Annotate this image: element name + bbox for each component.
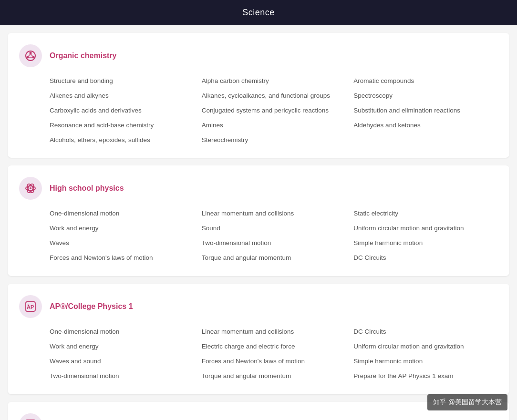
course-header-organic-chemistry: Organic chemistry [19,44,498,67]
course-card-ap-physics-1: AP 1 AP®/College Physics 1One-dimensiona… [8,284,509,394]
course-header-ap-physics-1: AP 1 AP®/College Physics 1 [19,295,498,318]
topic-item[interactable]: Alkanes, cycloalkanes, and functional gr… [202,90,346,102]
site-title: Science [242,8,275,17]
topic-item[interactable]: Sound [202,222,346,235]
top-bar: Science [0,0,517,25]
topic-item[interactable]: Work and energy [50,340,194,353]
course-topics-high-school-physics: One-dimensional motionLinear momentum an… [19,207,498,265]
topic-item[interactable]: DC Circuits [353,252,498,265]
course-icon-high-school-physics [19,177,42,200]
watermark: 知乎 @美国留学大本营 [427,394,507,410]
topic-item[interactable]: Alpha carbon chemistry [202,75,346,88]
topic-item[interactable]: Prepare for the AP Physics 1 exam [353,370,498,383]
course-title-organic-chemistry[interactable]: Organic chemistry [50,51,117,60]
topic-item[interactable]: Uniform circular motion and gravitation [353,222,498,235]
course-header-ap-physics-2: AP 2 AP®/College Physics 2 [19,413,498,420]
page-content: Organic chemistryStructure and bondingAl… [0,25,517,420]
course-title-high-school-physics[interactable]: High school physics [50,184,124,193]
course-icon-ap-physics-2: AP 2 [19,413,42,420]
topic-item[interactable]: Substitution and elimination reactions [353,104,498,117]
topic-item[interactable]: Alkenes and alkynes [50,90,194,102]
topic-item[interactable]: Amines [202,119,346,132]
topic-item[interactable]: Alcohols, ethers, epoxides, sulfides [50,134,194,147]
topic-item[interactable]: Two-dimensional motion [202,237,346,250]
course-icon-ap-physics-1: AP 1 [19,295,42,318]
topic-item[interactable]: Torque and angular momentum [202,370,346,383]
topic-item[interactable]: Forces and Newton's laws of motion [50,252,194,265]
topic-item[interactable]: Carboxylic acids and derivatives [50,104,194,117]
topic-item[interactable]: Aldehydes and ketones [353,119,498,132]
topic-item[interactable]: Linear momentum and collisions [202,207,346,220]
svg-point-1 [30,52,32,54]
topic-item[interactable]: Linear momentum and collisions [202,326,346,338]
topic-item[interactable]: Conjugated systems and pericyclic reacti… [202,104,346,117]
topic-item[interactable]: Stereochemistry [202,134,346,147]
topic-item [353,134,498,147]
topic-item[interactable]: Aromatic compounds [353,75,498,88]
topic-item[interactable]: DC Circuits [353,326,498,338]
topic-item[interactable]: Electric charge and electric force [202,340,346,353]
topic-item[interactable]: One-dimensional motion [50,326,194,338]
svg-line-4 [31,54,33,57]
topic-item[interactable]: Uniform circular motion and gravitation [353,340,498,353]
course-card-organic-chemistry: Organic chemistryStructure and bondingAl… [8,33,509,158]
course-title-ap-physics-1[interactable]: AP®/College Physics 1 [50,302,133,311]
topic-item[interactable]: Forces and Newton's laws of motion [202,355,346,368]
course-header-high-school-physics: High school physics [19,177,498,200]
topic-item[interactable]: Simple harmonic motion [353,355,498,368]
topic-item[interactable]: Waves [50,237,194,250]
topic-item[interactable]: Work and energy [50,222,194,235]
course-icon-organic-chemistry [19,44,42,67]
svg-line-5 [28,54,31,57]
topic-item[interactable]: Structure and bonding [50,75,194,88]
svg-point-10 [30,187,31,189]
topic-item[interactable]: One-dimensional motion [50,207,194,220]
topic-item[interactable]: Resonance and acid-base chemistry [50,119,194,132]
topic-item[interactable]: Waves and sound [50,355,194,368]
svg-text:1: 1 [27,303,29,307]
topic-item[interactable]: Torque and angular momentum [202,252,346,265]
course-topics-ap-physics-1: One-dimensional motionLinear momentum an… [19,326,498,383]
course-card-high-school-physics: High school physicsOne-dimensional motio… [8,165,509,276]
topic-item[interactable]: Two-dimensional motion [50,370,194,383]
course-topics-organic-chemistry: Structure and bondingAlpha carbon chemis… [19,75,498,146]
topic-item[interactable]: Spectroscopy [353,90,498,102]
topic-item[interactable]: Static electricity [353,207,498,220]
topic-item[interactable]: Simple harmonic motion [353,237,498,250]
